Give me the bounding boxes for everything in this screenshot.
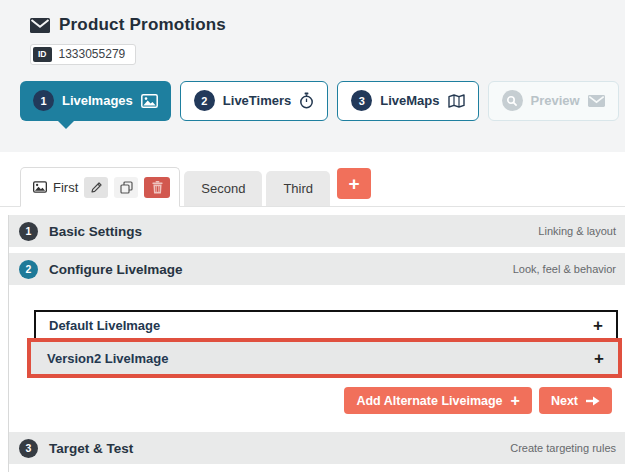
next-label: Next [551,394,578,408]
trash-icon [152,181,163,194]
configure-liveimage-panel: Default LiveImage + Version2 LiveImage +… [9,285,625,425]
id-label: ID [33,47,52,62]
image-icon [141,94,158,108]
expand-plus-icon[interactable]: + [594,350,604,367]
duplicate-tab-button[interactable] [114,177,138,198]
version2-liveimage-row[interactable]: Version2 LiveImage + [31,342,618,374]
default-liveimage-label: Default LiveImage [49,318,160,333]
add-alternate-label: Add Alternate Liveimage [356,394,502,408]
add-alternate-liveimage-button[interactable]: Add Alternate Liveimage + [344,387,531,414]
step-3-label: LiveMaps [380,93,439,108]
copy-icon [120,181,133,194]
step-livetimers[interactable]: 2 LiveTimers [180,81,328,121]
pencil-icon [90,181,103,194]
map-icon [448,94,465,108]
step-3-number: 3 [351,90,372,111]
tab-third-label: Third [283,181,313,196]
product-promotions-app: Product Promotions ID 1333055279 1 LiveI… [0,0,625,472]
step-nav: 1 LiveImages 2 LiveTimers 3 LiveMaps Pre… [20,81,625,121]
section-target-test[interactable]: 3 Target & Test Create targeting rules [9,432,625,464]
step-1-number: 1 [33,90,54,111]
section-2-number: 2 [19,260,38,279]
title-row: Product Promotions [30,15,625,35]
delete-tab-button[interactable] [144,177,170,198]
id-value: 1333055279 [52,47,134,61]
step-preview: Preview [488,81,619,121]
edit-tab-button[interactable] [84,177,108,198]
plus-icon: + [348,174,359,193]
promotion-id-badge: ID 1333055279 [30,44,136,65]
step-4-label: Preview [531,93,580,108]
step-2-label: LiveTimers [223,93,291,108]
section-3-hint: Create targeting rules [510,442,616,454]
magnifier-icon [502,90,523,111]
section-1-title: Basic Settings [49,224,142,239]
image-icon [33,181,47,193]
tab-second[interactable]: Second [184,171,262,206]
section-basic-settings[interactable]: 1 Basic Settings Linking & layout [9,215,625,247]
expand-plus-icon[interactable]: + [593,317,603,334]
step-1-label: LiveImages [62,93,133,108]
panel-actions: Add Alternate Liveimage + Next [34,387,618,414]
settings-sections: 1 Basic Settings Linking & layout 2 Conf… [8,215,625,472]
section-1-number: 1 [19,222,38,241]
stopwatch-icon [299,92,314,109]
tab-first-label: First [53,180,78,195]
highlight-annotation: Version2 LiveImage + [27,338,622,378]
default-liveimage-row[interactable]: Default LiveImage + [34,310,618,338]
variant-tab-bar: First Second Third + [0,152,625,207]
tab-second-label: Second [201,181,245,196]
envelope-icon [30,18,50,33]
step-liveimages[interactable]: 1 LiveImages [20,81,171,121]
version2-liveimage-label: Version2 LiveImage [47,351,168,366]
section-2-hint: Look, feel & behavior [513,263,616,275]
section-3-number: 3 [19,439,38,458]
plus-icon: + [511,393,520,409]
top-header: Product Promotions ID 1333055279 1 LiveI… [0,0,625,152]
section-3-title: Target & Test [49,441,133,456]
step-livemaps[interactable]: 3 LiveMaps [337,81,478,121]
tab-first[interactable]: First [20,167,180,207]
section-configure-liveimage[interactable]: 2 Configure LiveImage Look, feel & behav… [9,253,625,285]
page-title: Product Promotions [59,15,226,35]
next-arrow-icon [586,396,600,406]
step-2-number: 2 [194,90,215,111]
section-1-hint: Linking & layout [538,225,616,237]
envelope-icon [588,95,605,107]
add-tab-button[interactable]: + [337,168,371,199]
next-button[interactable]: Next [539,387,612,414]
section-2-title: Configure LiveImage [49,262,183,277]
tab-third[interactable]: Third [266,171,330,206]
